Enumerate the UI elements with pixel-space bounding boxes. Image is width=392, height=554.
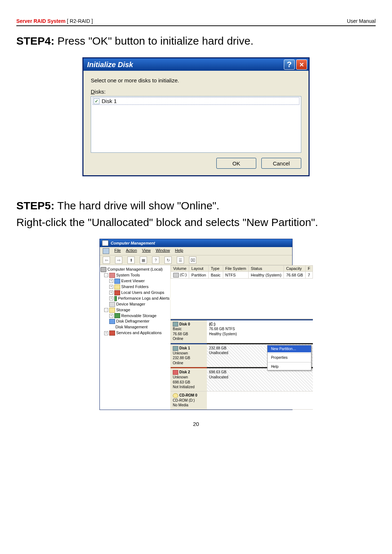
menu-action[interactable]: Action	[126, 248, 137, 254]
cm-app-icon	[103, 248, 109, 254]
header-left: Server RAID System [ R2-RAID ]	[16, 18, 93, 24]
tree-toggle-icon[interactable]: +	[109, 296, 113, 300]
cm-titlebar: Computer Management	[100, 239, 292, 247]
tree-disk-management-label: Disk Management	[115, 324, 148, 330]
cdrom-row: CD-ROM 0 CD-ROM (D:) No Media	[171, 391, 313, 410]
tree-local-users[interactable]: +Local Users and Groups	[101, 290, 170, 296]
tree-local-users-label: Local Users and Groups	[121, 290, 164, 296]
page-number: 20	[16, 421, 376, 427]
cell-layout: Partition	[189, 272, 208, 279]
cm-body: Computer Management (Local) -System Tool…	[100, 265, 292, 410]
col-volume[interactable]: Volume	[171, 266, 189, 272]
step5-text1: The hard drive will show "Online".	[54, 200, 219, 212]
dialog-titlebar: Initialize Disk ? ×	[83, 58, 309, 71]
cell-capacity: 76.68 GB	[284, 272, 305, 279]
cell-tail: 7	[305, 272, 313, 279]
services-icon	[109, 331, 115, 336]
disk-list-item[interactable]: ✓ Disk 1	[93, 97, 299, 105]
tree-dev-mgr[interactable]: Device Manager	[101, 301, 170, 307]
tree-removable-storage[interactable]: +Removable Storage	[101, 313, 170, 319]
disk1-header[interactable]: Disk 1 Unknown 232.88 GB Online	[171, 343, 207, 367]
tree-storage[interactable]: -Storage	[101, 307, 170, 313]
col-capacity[interactable]: Capacity	[284, 266, 305, 272]
disk2-size: 698.63 GB	[173, 380, 205, 385]
disk0-header[interactable]: Disk 0 Basic 76.68 GB Online	[171, 319, 207, 343]
disk2-type: Unknown	[173, 375, 205, 380]
close-button[interactable]: ×	[296, 59, 307, 70]
tree-shared-folders[interactable]: +Shared Folders	[101, 284, 170, 290]
cm-icon	[102, 240, 109, 246]
perf-icon	[114, 296, 117, 301]
tree-system-tools-label: System Tools	[116, 272, 140, 278]
tree-defrag[interactable]: Disk Defragmenter	[101, 319, 170, 324]
step4-line: STEP4: Press "OK" button to initialize h…	[16, 33, 376, 49]
cell-type: Basic	[208, 272, 223, 279]
dialog-title: Initialize Disk	[87, 61, 282, 69]
tree-toggle-icon[interactable]: +	[109, 285, 113, 289]
disk0-row: Disk 0 Basic 76.68 GB Online (C:) 76.68 …	[171, 319, 313, 343]
menu-help[interactable]: Help	[268, 363, 311, 370]
cdrom-icon	[173, 393, 178, 398]
tree-toggle-icon[interactable]: +	[104, 331, 108, 335]
col-layout[interactable]: Layout	[189, 266, 208, 272]
page-header: Server RAID System [ R2-RAID ] User Manu…	[16, 18, 376, 24]
menu-window[interactable]: Window	[156, 248, 170, 254]
disk0-name: Disk 0	[179, 322, 190, 326]
cdrom-header[interactable]: CD-ROM 0 CD-ROM (D:) No Media	[171, 391, 207, 409]
disk-checkbox[interactable]: ✓	[94, 98, 99, 104]
tree-system-tools[interactable]: -System Tools	[101, 272, 170, 278]
cell-volume-label: (C:)	[180, 272, 187, 277]
toolbar-misc-icon[interactable]: ⌧	[189, 257, 196, 264]
toolbar-help-icon[interactable]: ?	[152, 257, 159, 264]
tree-perf[interactable]: +Performance Logs and Alerts	[101, 296, 170, 301]
toolbar-view-icon[interactable]: ▦	[140, 257, 147, 264]
disk2-state: Not Initialized	[173, 385, 205, 390]
tree-toggle-icon[interactable]: +	[109, 314, 113, 318]
col-tail[interactable]: F	[305, 266, 313, 272]
disk1-state: Online	[173, 361, 205, 366]
tree-toggle-icon[interactable]: -	[104, 308, 108, 312]
disk2-unallocated[interactable]: 698.63 GB Unallocated	[207, 367, 313, 391]
disk1-unallocated[interactable]: 232.88 GB Unallocated New Partition… Pro…	[207, 343, 313, 367]
toolbar-forward-icon[interactable]: ⇨	[115, 257, 122, 264]
computer-icon	[101, 267, 106, 272]
menu-properties[interactable]: Properties	[268, 354, 311, 361]
disk-icon	[173, 322, 178, 327]
disk2-row: Disk 2 Unknown 698.63 GB Not Initialized…	[171, 367, 313, 391]
menu-new-partition[interactable]: New Partition…	[268, 345, 311, 353]
disk-section: Disk 0 Basic 76.68 GB Online (C:) 76.68 …	[171, 319, 313, 410]
tree-services[interactable]: +Services and Applications	[101, 330, 170, 336]
tree-toggle-icon[interactable]: +	[109, 291, 113, 295]
tree-disk-management[interactable]: Disk Management	[101, 324, 170, 330]
toolbar-refresh-icon[interactable]: ↻	[164, 257, 172, 264]
ok-button[interactable]: OK	[216, 158, 256, 169]
disks-label-underline: D	[91, 89, 95, 95]
col-filesystem[interactable]: File System	[223, 266, 248, 272]
disk0-partition[interactable]: (C:) 76.68 GB NTFS Healthy (System)	[207, 319, 313, 343]
defrag-icon	[109, 319, 115, 324]
disks-listbox[interactable]: ✓ Disk 1	[91, 96, 301, 153]
disk0-state: Online	[173, 336, 205, 341]
disk2-header[interactable]: Disk 2 Unknown 698.63 GB Not Initialized	[171, 367, 207, 391]
toolbar-list-icon[interactable]: ☰	[177, 257, 184, 264]
tree-shared-folders-label: Shared Folders	[121, 284, 148, 290]
menu-file[interactable]: File	[114, 248, 121, 254]
disk-icon	[173, 370, 178, 375]
cancel-button[interactable]: Cancel	[261, 158, 301, 169]
tree-toggle-icon[interactable]: -	[104, 273, 108, 277]
tree-toggle-icon[interactable]: +	[109, 279, 113, 283]
volume-row[interactable]: (C:) Partition Basic NTFS Healthy (Syste…	[171, 272, 313, 279]
menu-help[interactable]: Help	[175, 248, 183, 254]
tree-root[interactable]: Computer Management (Local)	[101, 267, 170, 272]
menu-view[interactable]: View	[142, 248, 151, 254]
col-status[interactable]: Status	[249, 266, 284, 272]
col-type[interactable]: Type	[208, 266, 223, 272]
step5-line2: Right-click the "Unallocated" block and …	[16, 215, 376, 230]
disk-management-icon	[109, 325, 114, 329]
cdrom-state: No Media	[173, 403, 205, 408]
tree-event-viewer[interactable]: +Event Viewer	[101, 278, 170, 284]
tree-removable-storage-label: Removable Storage	[121, 313, 156, 319]
help-button[interactable]: ?	[284, 59, 295, 70]
toolbar-up-icon[interactable]: ⬆	[127, 257, 135, 264]
toolbar-back-icon[interactable]: ⇦	[103, 257, 110, 264]
